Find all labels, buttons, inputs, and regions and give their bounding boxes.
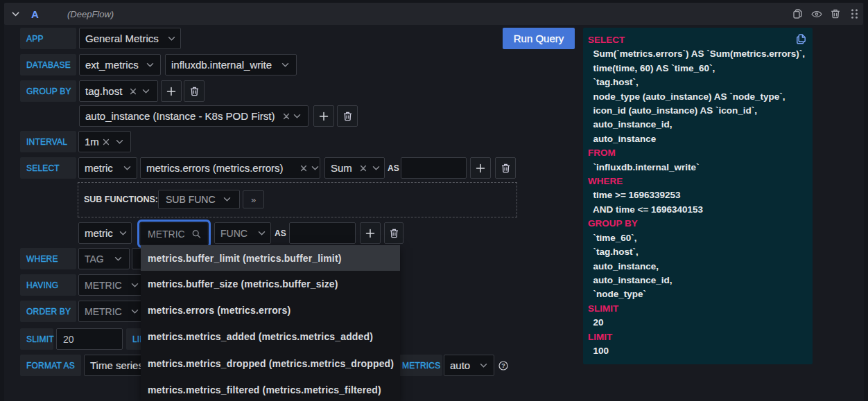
svg-text:?: ? (501, 362, 505, 369)
